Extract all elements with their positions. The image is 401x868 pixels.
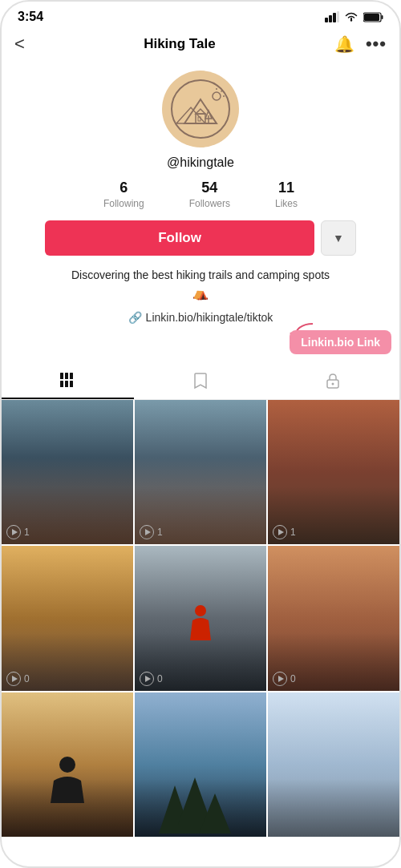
likes-label: Likes	[275, 198, 298, 209]
video-cell-2[interactable]: 1	[135, 400, 266, 544]
video-count-2: 1	[157, 527, 163, 538]
svg-rect-24	[65, 381, 68, 387]
action-row: Follow ▼	[45, 220, 356, 256]
video-cell-3[interactable]: 1	[268, 400, 399, 544]
dropdown-button[interactable]: ▼	[321, 220, 356, 256]
wifi-icon	[344, 11, 358, 22]
more-options-icon[interactable]: •••	[366, 34, 387, 55]
play-icon-6	[273, 672, 287, 686]
svg-rect-6	[364, 14, 379, 21]
video-cell-6[interactable]: 0	[268, 546, 399, 690]
video-overlay-1: 1	[6, 525, 30, 539]
stat-likes[interactable]: 11 Likes	[253, 180, 320, 209]
svg-point-4	[350, 19, 352, 21]
bio-link[interactable]: 🔗 Linkin.bio/hikingtale/tiktok	[128, 311, 273, 324]
follow-button[interactable]: Follow	[45, 220, 314, 256]
play-icon-2	[140, 525, 154, 539]
linkinbio-badge: Linkin.bio Link	[290, 330, 391, 354]
status-time: 3:54	[18, 10, 43, 24]
svg-rect-34	[192, 813, 198, 834]
signal-icon	[325, 11, 339, 22]
svg-rect-25	[70, 381, 73, 387]
battery-icon	[363, 12, 383, 22]
followers-count: 54	[201, 180, 217, 196]
video-cell-9[interactable]	[268, 692, 399, 837]
status-icons	[325, 11, 383, 22]
avatar	[162, 71, 239, 147]
svg-rect-20	[60, 373, 63, 379]
video-count-6: 0	[290, 673, 296, 684]
svg-rect-23	[60, 381, 63, 387]
video-overlay-6: 0	[273, 672, 296, 686]
video-cell-7[interactable]	[2, 692, 133, 837]
bio-emoji: ⛺	[192, 286, 209, 300]
video-cell-8[interactable]	[135, 692, 266, 837]
bookmark-icon	[192, 372, 209, 390]
svg-rect-0	[325, 18, 328, 22]
bio-link-section: 🔗 Linkin.bio/hikingtale/tiktok Linkin.bi…	[2, 308, 399, 330]
video-overlay-4: 0	[6, 672, 30, 686]
svg-rect-7	[382, 15, 383, 19]
person-silhouette-2	[47, 757, 87, 805]
following-label: Following	[103, 198, 144, 209]
back-button[interactable]: <	[14, 34, 25, 55]
play-icon-5	[140, 672, 154, 686]
svg-rect-1	[329, 15, 332, 22]
bio-text: Discovering the best hiking trails and c…	[71, 268, 330, 281]
header: < Hiking Tale 🔔 •••	[2, 29, 399, 63]
profile-section: @hikingtale 6 Following 54 Followers 11 …	[2, 63, 399, 267]
svg-point-16	[213, 92, 221, 100]
link-icon: 🔗	[128, 311, 142, 324]
notification-bell-icon[interactable]: 🔔	[334, 34, 354, 54]
svg-point-29	[59, 757, 75, 773]
svg-rect-21	[65, 373, 68, 379]
grid-icon	[59, 372, 77, 390]
video-cell-5[interactable]: 0	[135, 546, 266, 690]
play-icon-1	[6, 525, 21, 539]
tab-liked[interactable]	[134, 364, 266, 399]
video-count-5: 0	[157, 673, 163, 684]
svg-rect-3	[337, 11, 339, 22]
svg-point-27	[332, 383, 334, 386]
stat-following[interactable]: 6 Following	[81, 180, 167, 209]
video-cell-4[interactable]: 0	[2, 546, 133, 690]
play-icon-4	[6, 672, 21, 686]
video-cell-1[interactable]: 1	[2, 400, 133, 544]
following-count: 6	[119, 180, 128, 196]
svg-line-19	[221, 91, 223, 92]
person-silhouette	[188, 604, 213, 644]
svg-rect-35	[212, 818, 218, 834]
svg-rect-33	[172, 818, 178, 834]
trees-silhouette	[135, 769, 266, 834]
svg-point-28	[195, 605, 206, 616]
video-count-4: 0	[24, 673, 30, 684]
video-count-1: 1	[24, 527, 30, 538]
followers-label: Followers	[189, 198, 230, 209]
video-overlay-2: 1	[140, 525, 163, 539]
svg-rect-2	[333, 13, 336, 22]
bio-section: Discovering the best hiking trails and c…	[2, 267, 399, 308]
svg-marker-15	[196, 109, 205, 114]
video-count-3: 1	[290, 527, 296, 538]
stats-row: 6 Following 54 Followers 11 Likes	[18, 180, 383, 209]
video-grid: 1 1 1 0 0	[2, 400, 399, 837]
lock-icon	[324, 372, 342, 390]
video-overlay-3: 1	[273, 525, 296, 539]
svg-rect-22	[70, 373, 73, 379]
page-title: Hiking Tale	[144, 36, 215, 52]
video-overlay-5: 0	[140, 672, 163, 686]
play-icon-3	[273, 525, 287, 539]
likes-count: 11	[278, 180, 294, 196]
link-text: Linkin.bio/hikingtale/tiktok	[146, 311, 273, 324]
tab-private[interactable]	[267, 364, 399, 399]
tab-grid[interactable]	[2, 364, 134, 399]
status-bar: 3:54	[2, 2, 399, 29]
tabs-row	[2, 364, 399, 400]
stat-followers[interactable]: 54 Followers	[167, 180, 253, 209]
avatar-illustration	[168, 77, 233, 141]
username: @hikingtale	[167, 155, 234, 170]
